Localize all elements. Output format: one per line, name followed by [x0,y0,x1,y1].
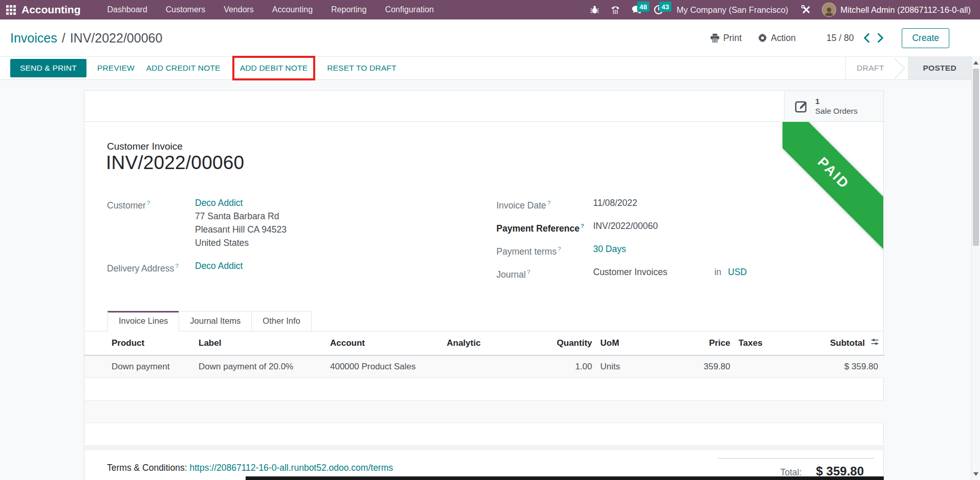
scrollbar-down-arrow[interactable] [972,469,980,478]
printer-icon [710,33,720,43]
breadcrumb-separator: / [62,31,66,46]
add-debit-note-button[interactable]: ADD DEBIT NOTE [239,59,309,77]
scrollbar-thumb[interactable] [973,69,979,246]
optional-columns-filter-icon[interactable] [870,338,879,348]
col-header-subtotal[interactable]: Subtotal [806,338,884,348]
navbar-left: Accounting Dashboard Customers Vendors A… [0,0,443,19]
empty-line-row[interactable] [84,401,884,423]
invoice-line-row[interactable]: Down payment Down payment of 20.0% 40000… [84,356,884,378]
terms-link[interactable]: https://20867112-16-0-all.runbot52.odoo.… [189,463,393,473]
col-header-quantity[interactable]: Quantity [545,338,596,348]
payment-terms-link[interactable]: 30 Days [593,244,626,254]
menu-customers[interactable]: Customers [157,0,214,19]
bug-glyph [590,5,599,14]
statusbar-buttons: SEND & PRINT PREVIEW ADD CREDIT NOTE ADD… [10,59,398,77]
navbar-right: 48 43 My Company (San Francisco) [584,0,980,19]
reset-to-draft-button[interactable]: RESET TO DRAFT [326,59,397,77]
empty-line-row[interactable] [84,378,884,401]
col-header-analytic[interactable]: Analytic [443,338,545,348]
action-label: Action [771,33,796,44]
payment-reference-row: Payment Reference? INV/2022/00060 [496,219,824,233]
pager-counter: 15 / 80 [826,33,854,44]
preview-button[interactable]: PREVIEW [96,59,136,77]
tab-journal-items[interactable]: Journal Items [179,311,252,331]
messages-chat-icon[interactable]: 48 [626,0,648,19]
cell-quantity[interactable]: 1.00 [545,362,596,372]
activities-clock-icon[interactable]: 43 [648,0,669,19]
journal-value[interactable]: Customer Invoices [593,265,667,279]
debug-bug-icon[interactable] [584,0,605,19]
app-brand-title[interactable]: Accounting [21,4,98,16]
pager-arrows [863,33,884,43]
edit-note-icon [795,99,809,113]
print-button[interactable]: Print [704,30,748,47]
state-draft[interactable]: DRAFT [846,57,895,79]
invoice-number-title[interactable]: INV/2022/00060 [106,152,244,174]
state-separator-chevron [895,57,908,79]
cell-subtotal[interactable]: $ 359.80 [806,362,884,372]
sale-orders-smart-button[interactable]: 1 Sale Orders [784,91,883,121]
col-header-price[interactable]: Price [650,338,734,348]
tools-icon[interactable] [795,0,817,19]
odoo-accounting-screen: Accounting Dashboard Customers Vendors A… [0,0,980,480]
cell-uom[interactable]: Units [596,362,650,372]
customer-value-block: Deco Addict 77 Santa Barbara Rd Pleasant… [195,196,287,249]
menu-configuration[interactable]: Configuration [376,0,443,19]
invoice-date-label: Invoice Date? [496,196,593,212]
payment-reference-help-icon: ? [580,223,584,229]
send-print-button[interactable]: SEND & PRINT [10,59,86,77]
cell-label[interactable]: Down payment of 20.0% [194,362,326,372]
apps-grid-icon[interactable] [0,0,21,19]
create-button[interactable]: Create [902,28,949,48]
cell-price[interactable]: 359.80 [650,362,734,372]
journal-currency-link[interactable]: USD [728,265,747,279]
col-header-taxes[interactable]: Taxes [734,338,806,348]
scrollbar-up-arrow[interactable] [972,58,980,67]
payment-reference-value[interactable]: INV/2022/00060 [593,219,658,233]
state-posted[interactable]: POSTED [908,57,971,79]
invoice-date-value[interactable]: 11/08/2022 [593,196,637,210]
journal-in-word: in [714,265,722,279]
cell-product[interactable]: Down payment [84,362,194,372]
action-button[interactable]: Action [752,30,802,47]
col-header-product[interactable]: Product [84,338,194,348]
button-box-strip: 1 Sale Orders [84,91,883,122]
menu-reporting[interactable]: Reporting [322,0,376,19]
cell-account[interactable]: 400000 Product Sales [326,362,443,372]
delivery-address-link[interactable]: Deco Addict [195,261,243,271]
tab-invoice-lines[interactable]: Invoice Lines [107,311,179,331]
journal-value-block: Customer Invoices in USD [593,265,824,279]
sale-orders-label: Sale Orders [815,106,858,116]
add-credit-note-button[interactable]: ADD CREDIT NOTE [145,59,222,77]
tab-other-info[interactable]: Other Info [251,311,311,331]
breadcrumb-invoices-link[interactable]: Invoices [10,31,57,46]
payment-reference-label: Payment Reference? [496,219,593,235]
col-header-label[interactable]: Label [194,338,326,348]
vertical-scrollbar[interactable] [971,56,980,480]
sale-orders-count: 1 [815,96,858,106]
menu-vendors[interactable]: Vendors [214,0,263,19]
invoice-lines-table: Product Label Account Analytic Quantity … [84,331,884,450]
notebook-tabs: Invoice Lines Journal Items Other Info [84,311,883,331]
address-line-3: United States [195,236,287,249]
breadcrumb-current: INV/2022/00060 [70,31,163,46]
user-menu[interactable]: Mitchell Admin (20867112-16-0-all) [836,0,975,19]
col-header-uom[interactable]: UoM [596,338,650,348]
voip-phone-icon[interactable] [605,0,626,19]
menu-dashboard[interactable]: Dashboard [98,0,157,19]
pager-next-icon[interactable] [877,33,884,43]
customer-link[interactable]: Deco Addict [195,198,243,208]
menu-accounting[interactable]: Accounting [263,0,322,19]
col-header-account[interactable]: Account [326,338,443,348]
user-avatar[interactable] [822,3,836,17]
gear-icon [758,33,767,43]
invoice-form-card: 1 Sale Orders PAID Customer Invoice INV/… [84,90,884,480]
form-statusbar: SEND & PRINT PREVIEW ADD CREDIT NOTE ADD… [0,56,971,80]
empty-line-row[interactable] [84,423,884,446]
company-switcher[interactable]: My Company (San Francisco) [669,0,795,19]
pager-previous-icon[interactable] [863,33,870,43]
right-field-group: Invoice Date? 11/08/2022 Payment Referen… [496,196,824,279]
address-line-1: 77 Santa Barbara Rd [195,210,287,223]
apps-grid-glyph [6,5,16,15]
document-type-label: Customer Invoice [107,141,183,152]
